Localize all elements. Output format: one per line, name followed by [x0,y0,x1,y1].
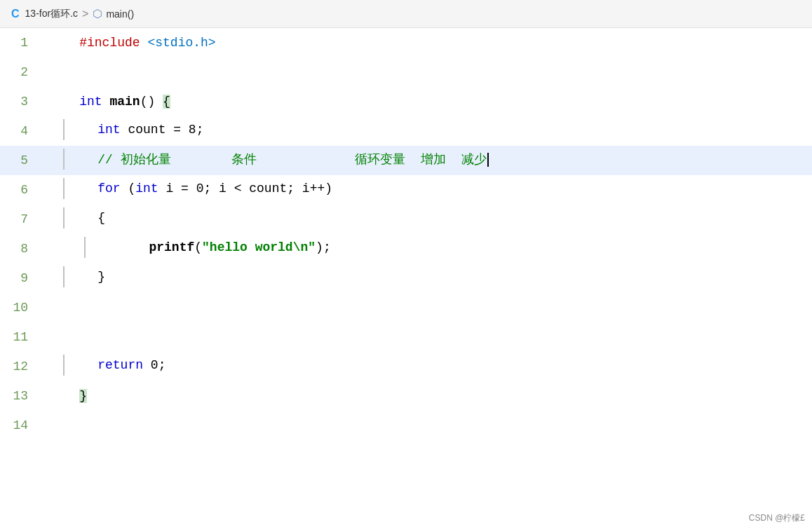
line-number-3: 3 [0,87,42,116]
line-content-3: int main() { [42,87,812,116]
line-content-1: #include <stdio.h> [42,28,812,57]
line-number-9: 9 [0,264,42,293]
line-number-11: 11 [0,322,42,352]
code-table: 1 #include <stdio.h>2 3 int main() {4 in… [0,28,812,440]
line-number-7: 7 [0,205,42,234]
breadcrumb-func: main() [106,8,134,20]
line-number-10: 10 [0,293,42,322]
line-number-13: 13 [0,381,42,411]
line-content-14 [42,411,812,440]
line-number-5: 5 [0,146,42,175]
code-line-2: 2 [0,57,812,87]
line-number-8: 8 [0,234,42,264]
line-content-6: for (int i = 0; i < count; i++) [42,175,812,205]
line-content-7: { [42,205,812,234]
code-line-3: 3 int main() { [0,87,812,116]
code-line-8: 8 printf("hello world\n"); [0,234,812,264]
code-line-5: 5 // 初始化量 条件 循环变量 增加 减少 [0,146,812,175]
line-content-4: int count = 8; [42,116,812,146]
code-line-10: 10 [0,293,812,322]
line-content-8: printf("hello world\n"); [42,234,812,264]
code-line-9: 9 } [0,264,812,293]
line-number-6: 6 [0,175,42,205]
breadcrumb-bar: C 13-for循环.c > ⬡ main() [0,0,812,28]
code-line-12: 12 return 0; [0,352,812,381]
line-content-9: } [42,264,812,293]
line-number-14: 14 [0,411,42,440]
line-content-5: // 初始化量 条件 循环变量 增加 减少 [42,146,812,175]
line-content-2 [42,57,812,87]
line-number-12: 12 [0,352,42,381]
lang-icon: C [11,8,20,20]
code-line-4: 4 int count = 8; [0,116,812,146]
line-content-10 [42,293,812,322]
line-content-12: return 0; [42,352,812,381]
code-line-7: 7 { [0,205,812,234]
code-line-11: 11 [0,322,812,352]
code-line-14: 14 [0,411,812,440]
code-line-6: 6 for (int i = 0; i < count; i++) [0,175,812,205]
breadcrumb-filename: 13-for循环.c [25,8,78,20]
line-number-4: 4 [0,116,42,146]
line-number-1: 1 [0,28,42,57]
watermark: CSDN @柠檬£ [749,512,805,524]
line-content-11 [42,322,812,352]
line-content-13: } [42,381,812,411]
code-container[interactable]: 1 #include <stdio.h>2 3 int main() {4 in… [0,28,812,510]
breadcrumb-separator: > [82,8,88,20]
line-number-2: 2 [0,57,42,87]
code-line-13: 13 } [0,381,812,411]
func-icon: ⬡ [93,7,102,21]
code-line-1: 1 #include <stdio.h> [0,28,812,57]
